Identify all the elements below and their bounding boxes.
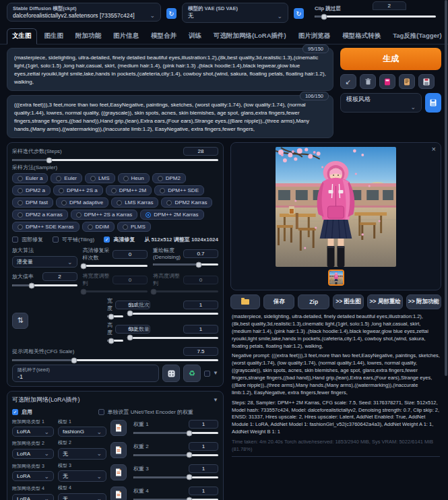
style-dropdown[interactable]: 模板风格 ⌄ xyxy=(340,93,422,113)
swap-dimensions-button[interactable]: ⇅ xyxy=(12,313,28,329)
tab[interactable]: 附加功能 xyxy=(71,29,106,44)
lora-model-dropdown[interactable]: 无⌄ xyxy=(58,448,106,460)
gallery-thumbnail[interactable] xyxy=(328,270,344,286)
extra-networks-button[interactable] xyxy=(379,74,395,89)
lora-weight-slider[interactable] xyxy=(133,454,218,456)
sampler-option[interactable]: LMS xyxy=(85,173,115,183)
lora-weight-slider[interactable] xyxy=(133,432,218,434)
tab[interactable]: 图片浏览器 xyxy=(294,29,335,44)
batch-count-value[interactable]: 1 xyxy=(183,301,218,309)
checkpoint-dropdown[interactable]: Stable Diffusion 模型(ckpt) dalceforealist… xyxy=(7,3,161,22)
sampler-option[interactable]: PLMS xyxy=(117,222,151,232)
denoise-value[interactable]: 0.7 xyxy=(183,249,218,258)
lora-weight-value[interactable]: 1 xyxy=(189,464,218,473)
sampler-option[interactable]: DPM++ 2M Karras xyxy=(140,210,203,220)
lora-weight-value[interactable]: 1 xyxy=(189,442,218,451)
resize-width-slider[interactable] xyxy=(83,290,148,292)
lora-model-dropdown[interactable]: fashionG⌄ xyxy=(58,427,106,437)
refresh-vae-button[interactable]: ↻ xyxy=(294,8,304,19)
upscale-by-value[interactable]: 2 xyxy=(42,272,77,281)
reuse-seed-button[interactable]: ♻ xyxy=(183,365,201,382)
face-restore-checkbox[interactable] xyxy=(12,237,18,243)
sampler-option[interactable]: DPM2 a Karras xyxy=(12,210,68,220)
tiling-checkbox[interactable] xyxy=(53,237,59,243)
lora-weight-slider[interactable] xyxy=(133,476,218,478)
negative-prompt-textarea[interactable]: 106/150 (((extra feet))),3 feet,more tha… xyxy=(7,95,333,138)
sampler-option[interactable]: DPM++ 2S a Karras xyxy=(71,210,138,220)
save-style-blue-button[interactable] xyxy=(425,93,441,113)
generate-button[interactable]: 生成 xyxy=(340,48,441,70)
apply-style-button[interactable] xyxy=(399,74,415,89)
steps-slider[interactable] xyxy=(12,159,218,161)
clip-skip-value[interactable]: 2 xyxy=(373,1,406,10)
upscale-by-slider[interactable] xyxy=(12,284,77,286)
lora-model-info-button[interactable] xyxy=(110,487,127,500)
tab[interactable]: 模型合并 xyxy=(146,29,181,44)
seed-input[interactable]: 随机种子(seed) -1 xyxy=(12,365,159,382)
upscaler-dropdown[interactable]: 潜变量 ⌄ xyxy=(12,256,77,268)
batch-size-value[interactable]: 1 xyxy=(183,325,218,334)
open-folder-button[interactable] xyxy=(230,294,260,309)
lora-weight-value[interactable]: 1 xyxy=(189,420,218,429)
sampler-option[interactable]: Euler a xyxy=(12,173,48,183)
sampler-option[interactable]: DDIM xyxy=(82,222,115,232)
cfg-slider[interactable] xyxy=(12,359,218,361)
send-to-img2img-button[interactable]: >> 图生图 xyxy=(333,294,364,309)
sampler-option[interactable]: DPM fast xyxy=(12,197,53,208)
sampler-option[interactable]: DPM2 a xyxy=(12,185,51,195)
tab[interactable]: 图生图 xyxy=(40,29,69,44)
sampler-option[interactable]: DPM++ 2M xyxy=(106,185,152,195)
tab[interactable]: 训练 xyxy=(184,29,206,44)
lora-model-info-button[interactable] xyxy=(110,442,127,458)
lora-type-dropdown[interactable]: LoRA⌄ xyxy=(12,471,54,481)
random-seed-button[interactable] xyxy=(162,365,180,382)
resize-height-value[interactable]: 0 xyxy=(183,276,218,284)
clear-prompt-button[interactable] xyxy=(360,74,376,89)
refresh-checkpoint-button[interactable]: ↻ xyxy=(166,8,177,19)
sampler-option[interactable]: DPM++ SDE xyxy=(154,185,204,195)
sampler-option[interactable]: Euler xyxy=(51,173,82,183)
extra-seed-checkbox[interactable] xyxy=(204,371,210,377)
tab[interactable]: Tag反推(Tagger) xyxy=(388,29,446,44)
batch-count-slider[interactable] xyxy=(128,313,218,315)
read-params-button[interactable]: ↙ xyxy=(340,74,356,89)
batch-size-slider[interactable] xyxy=(128,337,218,339)
lora-model-dropdown[interactable]: 无⌄ xyxy=(58,493,106,500)
hires-steps-value[interactable]: 0 xyxy=(113,250,148,259)
zip-button[interactable]: Zip xyxy=(298,294,329,309)
sampler-option[interactable]: DPM2 Karras xyxy=(161,197,212,208)
save-style-button[interactable] xyxy=(418,74,435,89)
lora-enable-checkbox[interactable] xyxy=(12,409,18,415)
steps-value[interactable]: 28 xyxy=(183,147,218,156)
sampler-option[interactable]: DPM++ SDE Karras xyxy=(12,222,79,232)
close-icon[interactable]: × xyxy=(432,145,436,153)
send-to-inpaint-button[interactable]: >> 局部重绘 xyxy=(367,294,402,309)
cfg-value[interactable]: 7.5 xyxy=(183,347,218,356)
resize-height-slider[interactable] xyxy=(153,290,218,292)
hires-steps-slider[interactable] xyxy=(83,265,148,267)
tab[interactable]: 图片信息 xyxy=(108,29,143,44)
lora-type-dropdown[interactable]: LoRA⌄ xyxy=(12,494,54,500)
sampler-option[interactable]: LMS Karras xyxy=(111,197,158,208)
tab[interactable]: 文生图 xyxy=(7,28,37,44)
lora-type-dropdown[interactable]: LoRA⌄ xyxy=(12,427,54,437)
lora-header[interactable]: 可选附加网络(LoRA插件) xyxy=(12,396,80,404)
lora-model-info-button[interactable] xyxy=(110,464,127,480)
generated-image[interactable] xyxy=(276,147,396,267)
lora-type-dropdown[interactable]: LoRA⌄ xyxy=(12,449,54,459)
tab[interactable]: 模型格式转换 xyxy=(338,29,385,44)
sampler-option[interactable]: Heun xyxy=(118,173,150,183)
lora-separate-checkbox[interactable] xyxy=(98,409,104,415)
resize-width-value[interactable]: 0 xyxy=(113,276,148,284)
lora-collapse-icon[interactable]: ▼ xyxy=(213,398,218,402)
vae-dropdown[interactable]: 模型的 VAE (SD VAE) 无 ⌄ xyxy=(182,3,288,23)
scrollbar[interactable] xyxy=(445,0,447,376)
denoise-slider[interactable] xyxy=(153,263,218,265)
width-slider[interactable] xyxy=(107,315,123,317)
lora-model-info-button[interactable] xyxy=(110,420,127,436)
clip-skip-slider[interactable] xyxy=(315,15,436,18)
sampler-option[interactable]: DPM++ 2S a xyxy=(53,185,103,195)
height-slider[interactable] xyxy=(107,340,123,342)
seed-expand-icon[interactable]: ▼ xyxy=(213,371,218,375)
tab[interactable]: 可选附加网络(LoRA插件) xyxy=(209,29,291,44)
